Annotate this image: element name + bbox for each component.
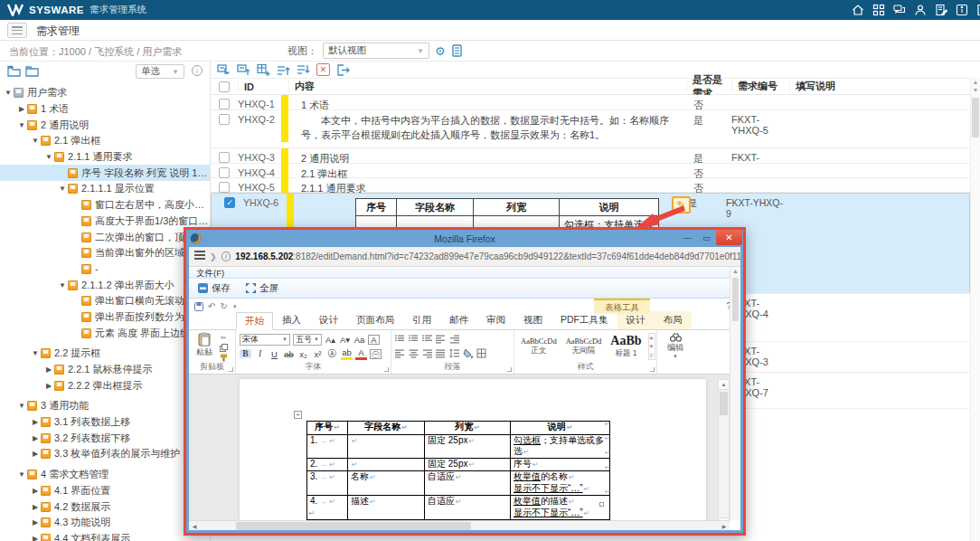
dialog-launcher-icon[interactable] <box>384 367 389 372</box>
tree-item[interactable]: 弹出界面按列数分为四列显示和双列... <box>0 309 210 326</box>
ribbon-context-tab-设计[interactable]: 设计 <box>617 311 655 329</box>
underline-button[interactable]: U <box>269 349 280 359</box>
tree-item[interactable]: ▼2 通用说明 <box>0 117 210 133</box>
menu-toggle-button[interactable] <box>7 23 27 38</box>
tree-item[interactable]: 高度大于界面1/3的窗口，上下居中显... <box>0 214 210 230</box>
tree-item[interactable]: 当前弹出窗外的区域遮罩显示。 <box>0 245 210 261</box>
exit-icon[interactable] <box>976 4 980 16</box>
tree-collapse-icon[interactable]: ▼ <box>17 402 26 410</box>
tab-requirements[interactable]: 需求管理 <box>36 24 80 39</box>
view-config-icon[interactable] <box>451 44 464 57</box>
table-move-handle[interactable]: + <box>294 411 302 419</box>
dialog-launcher-icon[interactable] <box>507 367 512 372</box>
move-down-icon[interactable] <box>297 63 310 77</box>
tree-item[interactable]: ▶2.2.1 鼠标悬停提示 <box>0 362 210 378</box>
scrollbar-thumb[interactable] <box>972 98 979 138</box>
tree-item[interactable]: ▼2.1.1.1 显示位置 <box>0 181 210 197</box>
subscript-button[interactable]: x₂ <box>297 349 309 359</box>
row-checkbox[interactable] <box>219 114 230 125</box>
qat-dropdown-icon[interactable]: ▼ <box>232 302 238 311</box>
tree-item[interactable]: ▼2.2 提示框 <box>0 346 210 362</box>
scrollbar-thumb[interactable] <box>236 522 471 530</box>
tree-expand-icon[interactable]: ▶ <box>31 503 40 511</box>
file-menu[interactable]: 文件(F) <box>196 268 224 278</box>
tree-item[interactable]: ▶3.2 列表数据下移 <box>0 430 210 446</box>
borders-grid-icon[interactable] <box>476 348 486 360</box>
shading-bucket-icon[interactable] <box>463 348 473 360</box>
folder-close-icon[interactable] <box>25 65 39 77</box>
tree-expand-icon[interactable]: ▶ <box>31 418 40 426</box>
change-case-icon[interactable]: Aa <box>353 335 365 345</box>
bold-button[interactable]: B <box>240 349 251 358</box>
tree-item[interactable]: ▼2.1.1 通用要求 <box>0 149 210 166</box>
ribbon-tab-设计[interactable]: 设计 <box>310 311 347 329</box>
tree-expand-icon[interactable]: ▶ <box>44 365 53 374</box>
home-icon[interactable] <box>852 4 864 16</box>
copy-icon[interactable] <box>220 344 228 352</box>
highlight-color-icon[interactable]: ab <box>341 347 353 360</box>
minimize-button[interactable]: — <box>678 230 697 245</box>
scroll-down-icon[interactable]: ▼ <box>971 86 980 94</box>
ribbon-tab-审阅[interactable]: 审阅 <box>477 311 514 329</box>
ribbon-tab-页面布局[interactable]: 页面布局 <box>347 311 403 329</box>
tree-expand-icon[interactable]: ▶ <box>44 382 53 390</box>
style-chip-标题 1[interactable]: AaBb标题 1 <box>608 333 644 360</box>
ribbon-tab-开始[interactable]: 开始 <box>236 312 273 330</box>
font-name-select[interactable]: 宋体▼ <box>240 334 290 346</box>
row-checkbox[interactable]: ✓ <box>224 197 235 208</box>
tree-collapse-icon[interactable]: ▼ <box>58 185 67 193</box>
table-row[interactable]: YHXQ-52.1.1 通用要求否 <box>211 178 970 193</box>
shrink-font-icon[interactable]: A▾ <box>339 335 351 345</box>
tree-expand-icon[interactable]: ▶ <box>17 105 26 113</box>
font-color-icon[interactable]: A <box>355 347 367 360</box>
tree-collapse-icon[interactable]: ▼ <box>17 121 26 129</box>
tree-expand-icon[interactable]: ▶ <box>31 434 40 442</box>
scrollbar-thumb[interactable] <box>732 278 739 321</box>
font-size-select[interactable]: 五号▼ <box>293 334 322 346</box>
move-up-icon[interactable] <box>277 63 290 77</box>
document-scrollbar[interactable]: ▲ ▼ <box>718 379 730 528</box>
horizontal-scrollbar[interactable]: ◀ ▶ <box>189 520 730 530</box>
styles-scroll-strip[interactable]: ▲▼≡ <box>648 333 655 360</box>
tree-collapse-icon[interactable]: ▼ <box>31 137 40 145</box>
numbered-list-icon[interactable] <box>409 334 419 346</box>
document-table[interactable]: 序号↵字段名称↵列宽↵说明↵1.→↵↵固定 25px↵勾选框；支持单选或多选↵2… <box>306 421 610 520</box>
tree-item[interactable]: ▼2.1 弹出框 <box>0 133 210 149</box>
ribbon-context-tab-布局[interactable]: 布局 <box>655 311 692 329</box>
select-all-checkbox[interactable] <box>219 81 230 92</box>
tree-item[interactable]: ▶2.2.2 弹出框提示 <box>0 377 210 394</box>
tree-item[interactable]: ▶3.1 列表数据上移 <box>0 414 210 431</box>
user-icon[interactable] <box>914 4 927 16</box>
main-scrollbar[interactable]: ▲ ▼ <box>970 78 980 541</box>
tree-item[interactable]: ▶4.2 数据展示 <box>0 498 210 515</box>
row-checkbox[interactable] <box>219 167 230 178</box>
enclose-character-icon[interactable]: ㊀ <box>370 349 382 359</box>
save-button[interactable]: 保存 <box>194 281 233 296</box>
bookmark-menu-icon[interactable] <box>194 251 205 262</box>
style-chip-正文[interactable]: AaBbCcDd正文 <box>518 333 560 360</box>
document-edit-icon[interactable] <box>935 4 947 16</box>
tree-item[interactable]: 弹出窗口横向无滚动条，纵向超出最... <box>0 293 210 309</box>
tree-item[interactable]: ▶3.3 枚举值列表的展示与维护 <box>0 446 210 462</box>
text-effects-icon[interactable]: Ⓐ <box>326 348 338 360</box>
tree-item[interactable]: 元素 高度 界面上边线 1 标题栏 28 p... <box>0 325 210 341</box>
tree-item[interactable]: ▶1 术语 <box>0 101 210 118</box>
ribbon-tab-引用[interactable]: 引用 <box>403 311 440 329</box>
tree-item[interactable]: ▶4.4 文档列表展示 <box>0 531 210 541</box>
italic-button[interactable]: I <box>254 349 266 358</box>
tree-item[interactable]: ▶4.1 界面位置 <box>0 483 210 499</box>
tree-collapse-icon[interactable]: ▼ <box>58 281 67 289</box>
justify-icon[interactable] <box>436 348 446 360</box>
tree-item[interactable]: ▼用户需求 <box>0 85 210 101</box>
delete-icon[interactable]: ✕ <box>316 63 330 76</box>
fullscreen-button[interactable]: 全屏 <box>242 281 281 296</box>
character-border-icon[interactable]: A <box>368 335 380 345</box>
select-mode-dropdown[interactable]: 单选▼ <box>136 64 184 79</box>
align-center-icon[interactable] <box>409 348 419 360</box>
apps-icon[interactable] <box>872 4 885 16</box>
site-info-icon[interactable]: i <box>221 252 231 261</box>
table-resize-handle[interactable] <box>599 502 604 507</box>
increase-indent-icon[interactable] <box>449 334 459 346</box>
tree-item[interactable]: 窗口左右居中，高度小于界面1/3的窗... <box>0 197 210 214</box>
messages-icon[interactable] <box>893 4 906 16</box>
